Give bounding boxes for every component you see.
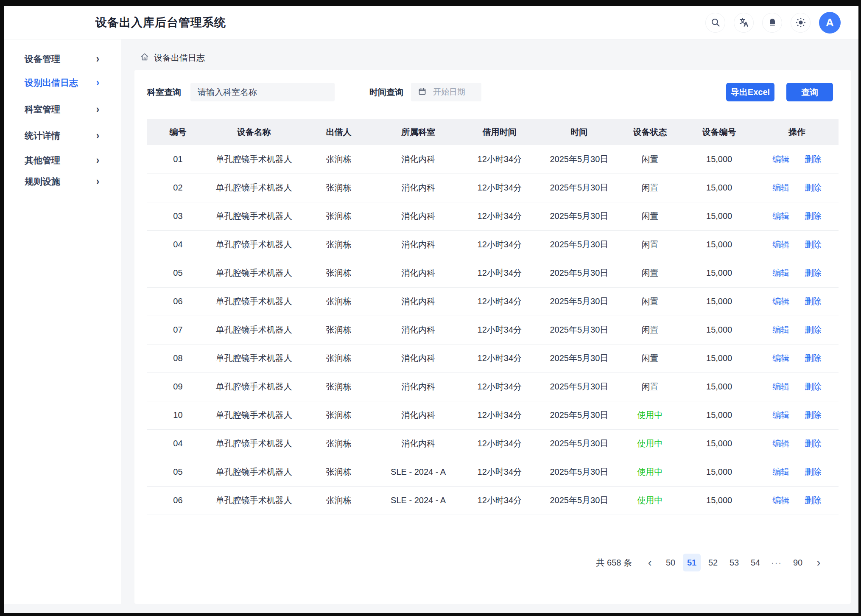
cell-device-name: 单孔腔镜手术机器人 <box>209 287 299 316</box>
theme-icon <box>795 17 806 28</box>
cell-lender: 张润栋 <box>299 316 379 344</box>
edit-link[interactable]: 编辑 <box>772 154 789 164</box>
query-button[interactable]: 查询 <box>786 83 833 101</box>
edit-link[interactable]: 编辑 <box>772 297 789 306</box>
page-number[interactable]: 53 <box>725 554 743 571</box>
app-window: 设备出入库后台管理系统 <box>4 6 858 613</box>
pagination: 共 658 条 ‹ 5051525354···90 › <box>596 554 827 571</box>
delete-link[interactable]: 删除 <box>805 353 822 363</box>
dept-filter-label: 科室查询 <box>147 87 181 98</box>
edit-link[interactable]: 编辑 <box>772 382 789 391</box>
cell-department: 消化内科 <box>378 372 458 401</box>
cell-device-name: 单孔腔镜手术机器人 <box>209 486 299 515</box>
edit-link[interactable]: 编辑 <box>772 183 789 192</box>
cell-date: 2025年5月30日 <box>541 174 617 202</box>
delete-link[interactable]: 删除 <box>805 496 822 505</box>
sidebar-item[interactable]: 设别出借日志 › <box>4 73 121 92</box>
search-button[interactable] <box>705 13 725 33</box>
delete-link[interactable]: 删除 <box>805 211 822 221</box>
delete-link[interactable]: 删除 <box>805 467 822 476</box>
page-title: 设备出入库后台管理系统 <box>95 15 226 30</box>
delete-link[interactable]: 删除 <box>805 268 822 277</box>
delete-link[interactable]: 删除 <box>805 297 822 306</box>
edit-link[interactable]: 编辑 <box>772 410 789 420</box>
delete-link[interactable]: 删除 <box>805 183 822 192</box>
edit-link[interactable]: 编辑 <box>772 211 789 221</box>
sidebar-item[interactable]: 统计详情 › <box>4 126 121 146</box>
cell-department: 消化内科 <box>378 230 458 259</box>
cell-device-number: 15,000 <box>683 202 755 230</box>
cell-duration: 12小时34分 <box>458 429 541 458</box>
page-number[interactable]: 50 <box>662 554 679 571</box>
cell-id: 06 <box>147 486 209 515</box>
cell-device-number: 15,000 <box>683 458 755 486</box>
cell-duration: 12小时34分 <box>458 145 541 174</box>
table-row: 01 单孔腔镜手术机器人 张润栋 消化内科 12小时34分 2025年5月30日… <box>147 145 839 174</box>
table-header: 编号设备名称出借人所属科室借用时间时间设备状态设备编号操作 <box>147 119 839 145</box>
search-icon <box>710 17 721 28</box>
home-icon <box>140 52 149 64</box>
cell-lender: 张润栋 <box>299 202 379 230</box>
delete-link[interactable]: 删除 <box>805 410 822 420</box>
export-excel-button[interactable]: 导出Excel <box>726 83 774 101</box>
edit-link[interactable]: 编辑 <box>772 325 789 334</box>
sidebar-item[interactable]: 其他管理 › <box>4 150 121 170</box>
cell-department: 消化内科 <box>378 401 458 429</box>
dept-search-input[interactable] <box>190 83 335 101</box>
sidebar-item-label: 科室管理 <box>25 104 60 115</box>
edit-link[interactable]: 编辑 <box>772 353 789 363</box>
table-column-header: 设备状态 <box>617 119 683 145</box>
sidebar-item[interactable]: 设备管理 › <box>4 49 121 69</box>
chevron-right-icon: › <box>96 176 99 187</box>
sidebar-item[interactable]: 科室管理 › <box>4 99 121 119</box>
notification-button[interactable] <box>762 13 782 33</box>
edit-link[interactable]: 编辑 <box>772 467 789 476</box>
cell-id: 02 <box>147 174 209 202</box>
chevron-right-icon: › <box>96 130 99 141</box>
cell-status: 闲置 <box>617 145 683 174</box>
sidebar-item-label: 统计详情 <box>25 130 60 142</box>
sidebar-item[interactable]: 规则设施 › <box>4 171 121 191</box>
theme-button[interactable] <box>791 13 811 33</box>
cell-actions: 编辑 删除 <box>755 372 839 401</box>
cell-duration: 12小时34分 <box>458 458 541 486</box>
delete-link[interactable]: 删除 <box>805 325 822 334</box>
cell-department: 消化内科 <box>378 145 458 174</box>
cell-lender: 张润栋 <box>299 486 379 515</box>
page-number[interactable]: 51 <box>683 554 701 571</box>
start-date-picker[interactable]: 开始日期 <box>411 83 481 101</box>
delete-link[interactable]: 删除 <box>805 439 822 448</box>
delete-link[interactable]: 删除 <box>805 240 822 249</box>
edit-link[interactable]: 编辑 <box>772 439 789 448</box>
translate-button[interactable] <box>734 13 754 33</box>
cell-device-number: 15,000 <box>683 486 755 515</box>
page-number[interactable]: 52 <box>704 554 722 571</box>
cell-device-number: 15,000 <box>683 259 755 287</box>
cell-department: SLE - 2024 - A <box>378 486 458 515</box>
device-log-table: 编号设备名称出借人所属科室借用时间时间设备状态设备编号操作 01 单孔腔镜手术机… <box>147 119 839 515</box>
pagination-total: 共 658 条 <box>596 557 632 568</box>
cell-department: 消化内科 <box>378 287 458 316</box>
table-column-header: 出借人 <box>299 119 379 145</box>
table-column-header: 编号 <box>147 119 209 145</box>
cell-actions: 编辑 删除 <box>755 287 839 316</box>
cell-duration: 12小时34分 <box>458 287 541 316</box>
edit-link[interactable]: 编辑 <box>772 496 789 505</box>
table-row: 02 单孔腔镜手术机器人 张润栋 消化内科 12小时34分 2025年5月30日… <box>147 174 839 202</box>
delete-link[interactable]: 删除 <box>805 382 822 391</box>
user-avatar[interactable]: A <box>819 12 841 34</box>
delete-link[interactable]: 删除 <box>805 154 822 164</box>
sidebar-item-label: 设别出借日志 <box>25 77 78 89</box>
page-number[interactable]: 90 <box>789 554 807 571</box>
page-number[interactable]: 54 <box>746 554 764 571</box>
cell-department: SLE - 2024 - A <box>378 458 458 486</box>
cell-status: 闲置 <box>617 344 683 372</box>
cell-device-name: 单孔腔镜手术机器人 <box>209 429 299 458</box>
cell-status: 闲置 <box>617 174 683 202</box>
edit-link[interactable]: 编辑 <box>772 240 789 249</box>
prev-page-icon[interactable]: ‹ <box>641 554 658 571</box>
cell-department: 消化内科 <box>378 344 458 372</box>
edit-link[interactable]: 编辑 <box>772 268 789 277</box>
cell-id: 06 <box>147 287 209 316</box>
next-page-icon[interactable]: › <box>810 554 827 571</box>
